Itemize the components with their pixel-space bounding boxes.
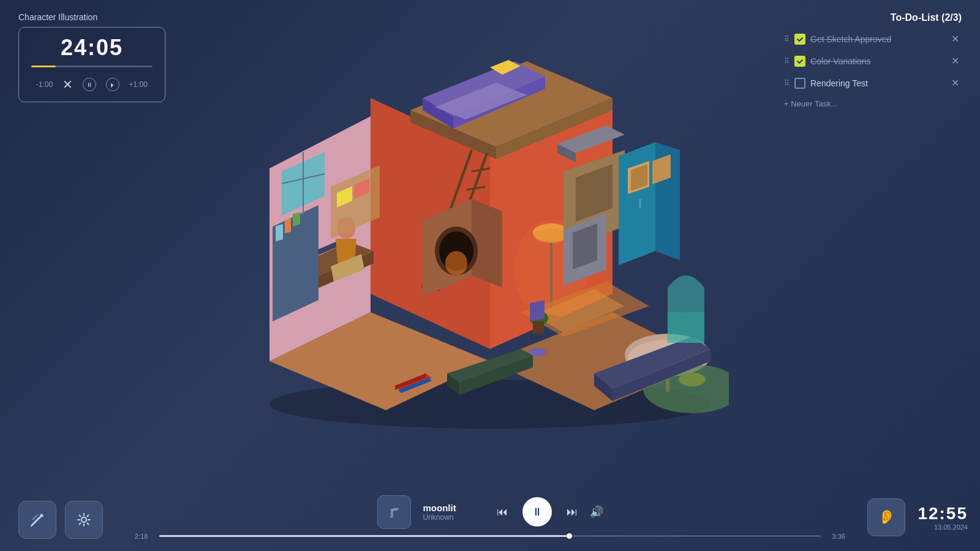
music-player: moonlit Unknown ⏮ ⏸ ⏭ 🔊 2:18 3:36 (0, 484, 980, 551)
svg-rect-38 (285, 219, 291, 234)
music-info: moonlit Unknown ⏮ ⏸ ⏭ 🔊 (377, 495, 603, 529)
svg-line-92 (32, 515, 42, 525)
svg-rect-86 (668, 312, 704, 343)
volume-icon: 🔊 (590, 505, 603, 519)
music-progress-area: 2:18 3:36 (135, 533, 845, 540)
svg-marker-59 (619, 142, 655, 265)
timer-close-button[interactable]: ✕ (60, 75, 75, 94)
svg-rect-84 (530, 301, 545, 321)
todo-drag-handle-3[interactable]: ⠿ (784, 79, 790, 88)
music-progress-fill (159, 535, 570, 537)
volume-button[interactable]: 🔊 (590, 505, 603, 519)
music-pause-button[interactable]: ⏸ (522, 497, 552, 527)
music-right: 👂 12:55 13.05.2024 (845, 498, 968, 536)
music-progress-bar[interactable] (159, 535, 821, 537)
music-artist: Unknown (423, 513, 484, 522)
music-controls: ⏮ ⏸ ⏭ (497, 497, 578, 527)
music-current-time: 2:18 (135, 533, 153, 540)
todo-checkbox-2[interactable] (794, 56, 805, 67)
timer-progress-fill (31, 66, 56, 67)
todo-drag-handle-1[interactable]: ⠿ (784, 35, 790, 43)
todo-title: To-Do-List (2/3) (784, 12, 962, 23)
clock-time: 12:55 (918, 504, 968, 523)
todo-add-label: + Neuer Task... (784, 99, 838, 108)
svg-rect-37 (276, 224, 283, 241)
music-song-title: moonlit (423, 503, 484, 513)
svg-line-93 (31, 525, 32, 526)
timer-forward-button[interactable]: ⏵ (104, 75, 122, 94)
todo-widget: To-Do-List (2/3) ⠿ Get Sketch Approved ✕… (784, 12, 962, 111)
timer-plus-label: +1:00 (127, 78, 150, 91)
bottom-left-buttons (18, 501, 103, 539)
svg-point-85 (529, 348, 546, 356)
svg-rect-39 (293, 212, 300, 227)
todo-item-1: ⠿ Get Sketch Approved ✕ (784, 31, 962, 48)
todo-close-2[interactable]: ✕ (949, 55, 962, 67)
todo-close-1[interactable]: ✕ (949, 33, 962, 45)
timer-pause-button[interactable]: ⏸ (80, 75, 99, 94)
clock-date: 13.05.2024 (918, 523, 968, 531)
music-thumbnail (377, 495, 411, 529)
todo-label-3: Rendering Test (810, 78, 944, 88)
ear-icon: 👂 (878, 509, 895, 525)
svg-point-96 (81, 517, 86, 522)
todo-drag-handle-2[interactable]: ⠿ (784, 57, 790, 66)
todo-label-1: Get Sketch Approved (810, 34, 944, 44)
music-prev-button[interactable]: ⏮ (497, 506, 508, 519)
timer-title: Character Illustration (18, 12, 165, 22)
svg-rect-77 (533, 321, 544, 334)
svg-line-95 (32, 515, 37, 520)
svg-rect-90 (385, 503, 403, 521)
todo-item-2: ⠿ Color Variations ✕ (784, 53, 962, 70)
todo-label-2: Color Variations (810, 56, 944, 66)
timer-controls: -1:00 ✕ ⏸ ⏵ +1:00 (31, 75, 153, 94)
draw-tool-button[interactable] (18, 501, 56, 539)
timer-forward-icon: ⏵ (106, 78, 119, 91)
todo-checkbox-1[interactable] (794, 34, 805, 45)
timer-minus-label: -1:00 (34, 78, 55, 91)
settings-button[interactable] (65, 501, 103, 539)
timer-display: 24:05 (31, 35, 153, 61)
music-pause-icon: ⏸ (532, 506, 543, 519)
todo-item-3: ⠿ Rendering Test ✕ (784, 75, 962, 92)
todo-close-3[interactable]: ✕ (949, 77, 962, 89)
timer-box: 24:05 -1:00 ✕ ⏸ ⏵ +1:00 (18, 27, 165, 102)
clock-display: 12:55 13.05.2024 (918, 504, 968, 531)
music-title-area: moonlit Unknown (423, 503, 484, 522)
timer-progress-bar (31, 66, 153, 67)
svg-point-26 (445, 251, 467, 276)
music-total-time: 3:36 (827, 533, 845, 540)
ambient-sound-button[interactable]: 👂 (867, 498, 905, 536)
timer-widget: Character Illustration 24:05 -1:00 ✕ ⏸ ⏵… (18, 12, 165, 102)
timer-pause-icon: ⏸ (83, 78, 96, 91)
todo-checkbox-3[interactable] (794, 78, 805, 89)
music-center: moonlit Unknown ⏮ ⏸ ⏭ 🔊 2:18 3:36 (135, 495, 845, 540)
todo-add-button[interactable]: + Neuer Task... (784, 97, 838, 111)
music-next-button[interactable]: ⏭ (567, 506, 578, 519)
